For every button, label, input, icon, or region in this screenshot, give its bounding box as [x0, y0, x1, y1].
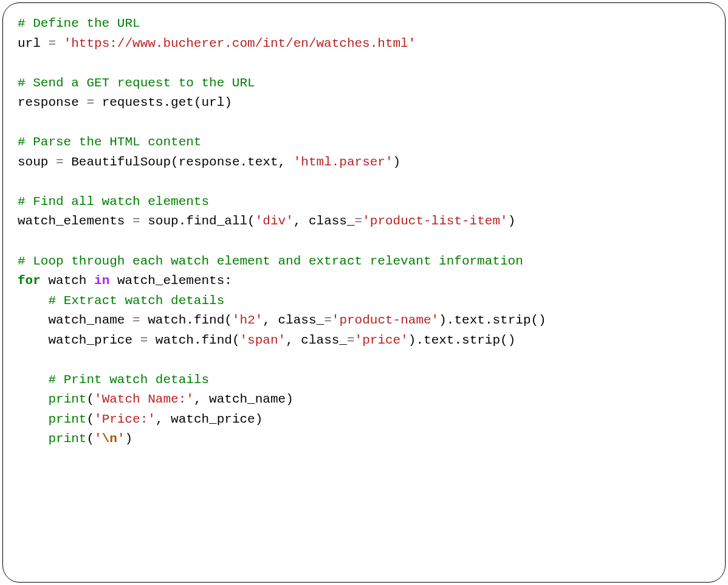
code-block: # Define the URL url = 'https://www.buch…: [2, 2, 726, 583]
identifier: strip: [462, 333, 500, 347]
identifier: text: [424, 333, 454, 347]
punct: ,: [156, 412, 171, 426]
identifier: watch_price: [171, 412, 255, 426]
identifier: BeautifulSoup: [71, 155, 171, 169]
identifier: watch: [48, 274, 86, 288]
identifier: class_: [301, 333, 347, 347]
punct: .: [447, 313, 455, 327]
code-line: # Send a GET request to the URL: [18, 74, 710, 94]
string-literal: 'product-name': [332, 313, 439, 327]
punct: .: [186, 313, 194, 327]
keyword: for: [18, 274, 41, 288]
builtin: print: [48, 412, 86, 426]
string-literal: 'https://www.bucherer.com/int/en/watches…: [64, 36, 416, 50]
punct: ,: [294, 214, 309, 228]
identifier: class_: [278, 313, 325, 327]
code-line: watch_name = watch.find('h2', class_='pr…: [18, 311, 710, 331]
code-line: print('\n'): [18, 429, 710, 449]
blank-line: [18, 232, 710, 252]
operator: =: [347, 333, 355, 347]
identifier: watch: [156, 333, 194, 347]
builtin: print: [48, 432, 86, 446]
indent: [18, 333, 48, 347]
variable: response: [18, 95, 79, 109]
identifier: text: [454, 313, 484, 327]
operator: =: [324, 313, 332, 327]
punct: ): [508, 333, 516, 347]
variable: watch_name: [48, 313, 125, 327]
punct: (: [86, 412, 94, 426]
punct: (: [224, 313, 232, 327]
string-literal: ': [94, 432, 102, 446]
identifier: watch_elements: [117, 274, 224, 288]
code-line: # Find all watch elements: [18, 192, 710, 212]
identifier: find: [201, 333, 232, 347]
punct: ): [408, 333, 416, 347]
operator: =: [48, 155, 71, 169]
comment: # Send a GET request to the URL: [18, 76, 255, 90]
space: [86, 274, 94, 288]
operator: =: [125, 313, 148, 327]
string-literal: 'price': [355, 333, 408, 347]
string-literal: 'h2': [232, 313, 263, 327]
indent: [18, 373, 48, 387]
indent: [18, 412, 48, 426]
punct: .: [163, 95, 171, 109]
blank-line: [18, 350, 710, 370]
operator: =: [125, 214, 148, 228]
string-literal: 'div': [255, 214, 294, 228]
operator: =: [41, 36, 64, 50]
punct: .: [194, 333, 202, 347]
operator: =: [132, 333, 156, 347]
code-line: # Print watch details: [18, 370, 710, 390]
string-literal: 'Watch Name:': [94, 392, 194, 406]
comment: # Print watch details: [48, 373, 209, 387]
string-literal: ': [117, 432, 125, 446]
code-line: watch_price = watch.find('span', class_=…: [18, 331, 710, 351]
comment: # Parse the HTML content: [18, 135, 201, 149]
identifier: class_: [309, 214, 355, 228]
punct: .: [179, 214, 187, 228]
punct: ): [538, 313, 546, 327]
identifier: text: [247, 155, 278, 169]
code-line: url = 'https://www.bucherer.com/int/en/w…: [18, 34, 710, 54]
comment: # Extract watch details: [48, 294, 224, 308]
punct: ,: [194, 392, 209, 406]
punct: ): [224, 95, 232, 109]
identifier: strip: [492, 313, 531, 327]
punct: (: [500, 333, 508, 347]
space: [109, 274, 117, 288]
identifier: response: [179, 155, 240, 169]
keyword: in: [94, 274, 109, 288]
punct: (: [86, 432, 94, 446]
string-literal: 'span': [240, 333, 286, 347]
punct: ,: [263, 313, 278, 327]
variable: url: [18, 36, 41, 50]
punct: ,: [286, 333, 301, 347]
punct: ,: [278, 155, 294, 169]
code-line: watch_elements = soup.find_all('div', cl…: [18, 212, 710, 232]
punct: ): [439, 313, 447, 327]
punct: .: [416, 333, 424, 347]
blank-line: [18, 113, 710, 133]
punct: ): [508, 214, 516, 228]
punct: ): [393, 155, 401, 169]
punct: (: [531, 313, 539, 327]
code-line: print('Watch Name:', watch_name): [18, 390, 710, 410]
comment: # Find all watch elements: [18, 195, 209, 209]
code-line: soup = BeautifulSoup(response.text, 'htm…: [18, 153, 710, 173]
variable: soup: [18, 155, 48, 169]
code-line: # Extract watch details: [18, 291, 710, 311]
operator: =: [79, 95, 102, 109]
punct: .: [485, 313, 493, 327]
punct: (: [171, 155, 179, 169]
string-literal: 'html.parser': [294, 155, 393, 169]
string-literal: 'Price:': [94, 412, 156, 426]
blank-line: [18, 172, 710, 192]
indent: [18, 432, 48, 446]
punct: (: [247, 214, 255, 228]
builtin: print: [48, 392, 86, 406]
indent: [18, 294, 48, 308]
identifier: find: [194, 313, 224, 327]
code-line: # Loop through each watch element and ex…: [18, 252, 710, 272]
